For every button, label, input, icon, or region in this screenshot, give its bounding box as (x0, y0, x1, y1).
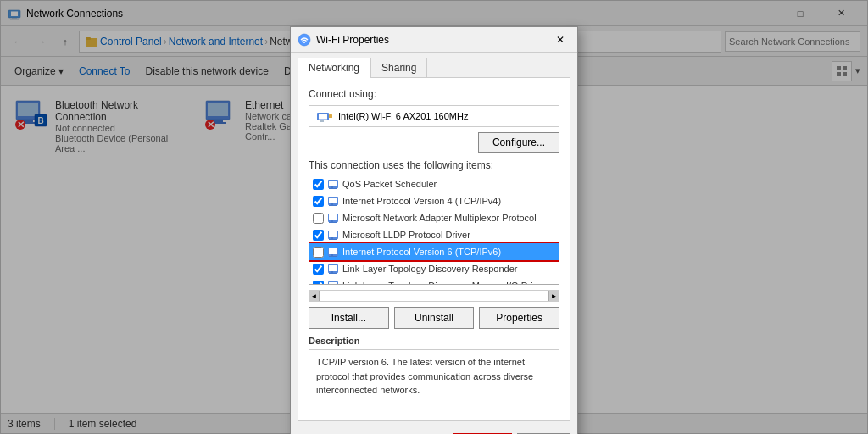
svg-rect-37 (329, 205, 337, 206)
list-item[interactable]: Internet Protocol Version 6 (TCP/IPv6) (309, 243, 559, 260)
wifi-properties-dialog: Wi-Fi Properties ✕ Networking Sharing Co… (290, 26, 578, 434)
protocol-icon (327, 229, 339, 241)
description-title: Description (309, 336, 559, 346)
topology-responder-label: Link-Layer Topology Discovery Responder (342, 264, 517, 274)
multiplexor-label: Microsoft Network Adapter Multiplexor Pr… (342, 213, 537, 223)
tab-networking[interactable]: Networking (298, 58, 370, 78)
properties-button[interactable]: Properties (479, 307, 559, 329)
svg-rect-43 (329, 231, 337, 237)
scroll-track (320, 291, 548, 301)
lldp-label: Microsoft LLDP Protocol Driver (342, 230, 470, 240)
list-item[interactable]: QoS Packet Scheduler (309, 175, 559, 192)
main-window: Network Connections ─ □ ✕ ← → ↑ Control … (0, 0, 868, 434)
tab-bar: Networking Sharing (291, 53, 577, 77)
svg-rect-47 (329, 248, 337, 254)
wifi-title-icon (298, 33, 311, 47)
topology-responder-checkbox[interactable] (313, 264, 324, 275)
multiplexor-checkbox[interactable] (313, 213, 324, 224)
install-button[interactable]: Install... (309, 307, 389, 329)
lldp-checkbox[interactable] (313, 230, 324, 241)
tab-sharing[interactable]: Sharing (370, 58, 427, 77)
scroll-right-btn[interactable]: ► (548, 291, 559, 301)
svg-rect-29 (329, 114, 332, 118)
list-item[interactable]: Link-Layer Topology Discovery Responder (309, 260, 559, 277)
ipv6-label: Internet Protocol Version 6 (TCP/IPv6) (342, 247, 501, 257)
svg-point-25 (303, 42, 305, 43)
modal-close-button[interactable]: ✕ (550, 30, 570, 50)
svg-rect-28 (320, 120, 324, 122)
svg-rect-48 (331, 254, 333, 256)
modal-title: Wi-Fi Properties (316, 34, 389, 46)
protocol-icon (327, 178, 339, 190)
svg-rect-55 (329, 282, 337, 285)
modal-overlay: Wi-Fi Properties ✕ Networking Sharing Co… (1, 1, 867, 433)
adapter-icon (316, 109, 333, 123)
qos-checkbox[interactable] (313, 179, 324, 190)
uninstall-button[interactable]: Uninstall (394, 307, 475, 329)
svg-rect-45 (329, 239, 337, 240)
svg-rect-27 (319, 114, 327, 120)
list-item[interactable]: Link-Layer Topology Discovery Mapper I/O… (309, 277, 559, 285)
list-item[interactable]: Microsoft Network Adapter Multiplexor Pr… (309, 209, 559, 226)
items-label: This connection uses the following items… (309, 159, 559, 171)
ipv4-label: Internet Protocol Version 4 (TCP/IPv4) (342, 196, 501, 206)
tab-content-networking: Connect using: Intel(R) Wi-Fi 6 AX201 16… (298, 77, 570, 421)
list-item[interactable]: Internet Protocol Version 4 (TCP/IPv4) (309, 192, 559, 209)
modal-title-bar: Wi-Fi Properties ✕ (291, 27, 577, 53)
adapter-box: Intel(R) Wi-Fi 6 AX201 160MHz (309, 105, 559, 127)
svg-rect-31 (329, 181, 337, 186)
qos-label: QoS Packet Scheduler (342, 179, 437, 189)
protocol-icon (327, 246, 339, 258)
svg-rect-44 (331, 237, 333, 239)
svg-rect-51 (329, 265, 337, 271)
svg-rect-39 (329, 214, 337, 220)
ipv4-checkbox[interactable] (313, 196, 324, 207)
list-item[interactable]: Microsoft LLDP Protocol Driver (309, 226, 559, 243)
protocol-icon (327, 195, 339, 207)
svg-rect-41 (329, 222, 337, 223)
topology-mapper-checkbox[interactable] (313, 281, 324, 286)
topology-mapper-label: Link-Layer Topology Discovery Mapper I/O… (342, 281, 546, 285)
scroll-left-btn[interactable]: ◄ (309, 291, 320, 301)
configure-button[interactable]: Configure... (478, 132, 559, 153)
protocol-icon (327, 263, 339, 275)
ok-cancel-row: OK Cancel (291, 428, 577, 435)
svg-rect-52 (331, 271, 333, 273)
adapter-name: Intel(R) Wi-Fi 6 AX201 160MHz (338, 111, 468, 121)
svg-rect-53 (329, 273, 337, 274)
action-buttons-row: Install... Uninstall Properties (309, 307, 559, 329)
ipv6-checkbox[interactable] (313, 247, 324, 258)
description-box: TCP/IP version 6. The latest version of … (309, 349, 559, 403)
connect-using-label: Connect using: (309, 88, 559, 100)
svg-rect-33 (329, 188, 337, 189)
svg-rect-36 (331, 203, 333, 205)
svg-rect-32 (331, 186, 333, 188)
protocol-icon (327, 280, 339, 285)
svg-rect-35 (329, 198, 337, 203)
protocol-list: QoS Packet Scheduler Internet Protocol V… (309, 175, 559, 285)
protocol-icon (327, 212, 339, 224)
svg-rect-40 (331, 220, 333, 222)
modal-title-left: Wi-Fi Properties (298, 33, 389, 47)
svg-rect-49 (329, 256, 337, 257)
